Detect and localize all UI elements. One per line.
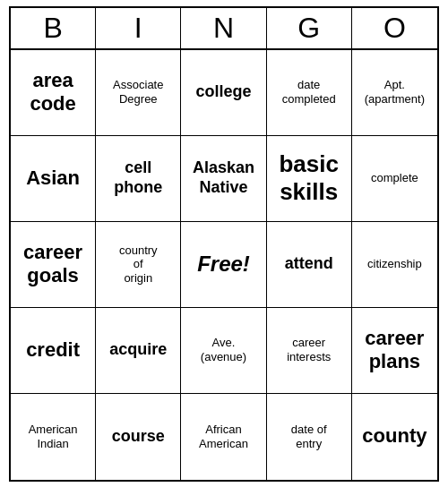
bingo-cell: careerinterests [267, 308, 352, 394]
bingo-header: BINGO [11, 8, 437, 50]
cell-text: Free! [197, 252, 250, 278]
bingo-cell: county [352, 394, 437, 480]
bingo-cell: college [181, 50, 266, 136]
bingo-cell: careergoals [11, 222, 96, 308]
bingo-cell: Ave.(avenue) [181, 308, 266, 394]
cell-text: careerplans [365, 327, 424, 374]
cell-text: datecompleted [282, 78, 336, 106]
cell-text: AfricanAmerican [199, 423, 248, 450]
cell-text: credit [26, 338, 80, 362]
cell-text: AmericanIndian [29, 423, 78, 450]
bingo-cell: AfricanAmerican [181, 394, 266, 480]
header-letter: I [96, 8, 181, 48]
bingo-cell: datecompleted [267, 50, 352, 136]
cell-text: attend [285, 254, 333, 274]
bingo-cell: Apt.(apartment) [352, 50, 437, 136]
bingo-cell: credit [11, 308, 96, 394]
bingo-cell: countryoforigin [96, 222, 181, 308]
cell-text: county [362, 424, 426, 448]
bingo-cell: careerplans [352, 308, 437, 394]
cell-text: basicskills [279, 150, 339, 206]
bingo-cell: Asian [11, 136, 96, 222]
bingo-cell: acquire [96, 308, 181, 394]
cell-text: AssociateDegree [113, 78, 163, 106]
header-letter: N [181, 8, 266, 48]
bingo-card: BINGO areacodeAssociateDegreecollegedate… [9, 6, 439, 482]
bingo-cell: attend [267, 222, 352, 308]
bingo-grid: areacodeAssociateDegreecollegedatecomple… [11, 50, 437, 480]
bingo-cell: complete [352, 136, 437, 222]
bingo-cell: date ofentry [267, 394, 352, 480]
cell-text: cellphone [114, 158, 162, 197]
cell-text: complete [371, 171, 418, 185]
cell-text: date ofentry [291, 423, 327, 450]
bingo-cell: AmericanIndian [11, 394, 96, 480]
bingo-cell: AlaskanNative [181, 136, 266, 222]
header-letter: B [11, 8, 96, 48]
cell-text: Ave.(avenue) [201, 336, 246, 363]
cell-text: AlaskanNative [193, 158, 254, 197]
cell-text: citizenship [367, 257, 422, 271]
cell-text: acquire [109, 340, 167, 360]
bingo-cell: citizenship [352, 222, 437, 308]
cell-text: areacode [30, 69, 75, 116]
cell-text: course [112, 427, 165, 447]
bingo-cell: Free! [181, 222, 266, 308]
bingo-cell: cellphone [96, 136, 181, 222]
bingo-cell: basicskills [267, 136, 352, 222]
bingo-cell: areacode [11, 50, 96, 136]
header-letter: O [352, 8, 437, 48]
header-letter: G [267, 8, 352, 48]
cell-text: careerinterests [287, 336, 331, 363]
cell-text: countryoforigin [119, 244, 158, 286]
cell-text: careergoals [23, 241, 82, 288]
cell-text: Asian [26, 167, 80, 190]
bingo-cell: AssociateDegree [96, 50, 181, 136]
cell-text: college [195, 82, 251, 102]
bingo-cell: course [96, 394, 181, 480]
cell-text: Apt.(apartment) [365, 78, 425, 106]
